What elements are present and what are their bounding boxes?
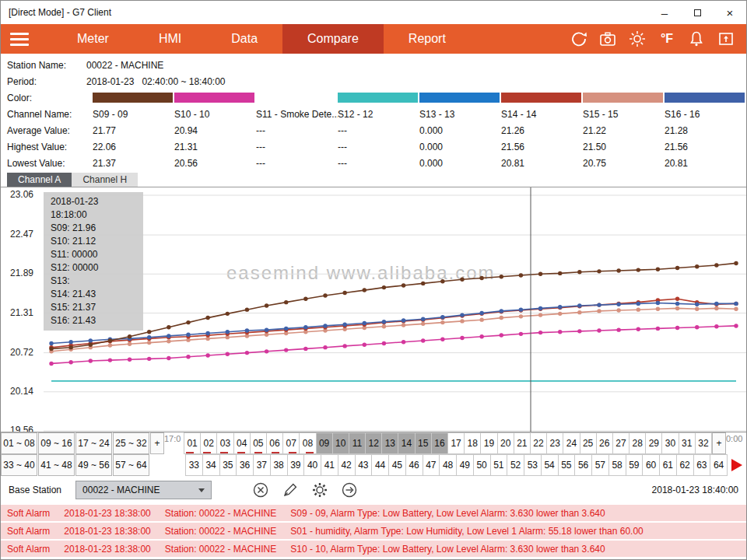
channel-group-button[interactable]: 01 ~ 08: [1, 432, 37, 454]
channel-number-10[interactable]: 10: [332, 432, 349, 454]
channel-number-40[interactable]: 40: [303, 454, 321, 476]
channel-number-22[interactable]: 22: [530, 432, 547, 454]
channel-number-53[interactable]: 53: [524, 454, 542, 476]
channel-number-07[interactable]: 07: [282, 432, 300, 454]
channel-number-36[interactable]: 36: [236, 454, 254, 476]
tab-channel-h[interactable]: Channel H: [72, 173, 138, 187]
channel-number-19[interactable]: 19: [480, 432, 497, 454]
nav-item-meter[interactable]: Meter: [52, 24, 134, 54]
channel-number-42[interactable]: 42: [338, 454, 356, 476]
channel-group-button[interactable]: 17 ~ 24: [75, 432, 112, 454]
channel-number-55[interactable]: 55: [558, 454, 576, 476]
close-button[interactable]: ×: [714, 1, 746, 24]
channel-number-62[interactable]: 62: [676, 454, 694, 476]
channel-number-04[interactable]: 04: [233, 432, 251, 454]
channel-group-button[interactable]: 49 ~ 56: [75, 454, 112, 476]
channel-number-47[interactable]: 47: [423, 454, 440, 476]
add-group-button-right[interactable]: +: [712, 432, 726, 454]
channel-number-45[interactable]: 45: [388, 454, 406, 476]
channel-number-48[interactable]: 48: [439, 454, 457, 476]
channel-number-16[interactable]: 16: [431, 432, 448, 454]
channel-number-11[interactable]: 11: [349, 432, 366, 454]
channel-number-33[interactable]: 33: [185, 454, 203, 476]
channel-number-13[interactable]: 13: [381, 432, 398, 454]
menu-icon[interactable]: [1, 24, 38, 54]
brightness-icon[interactable]: [628, 30, 647, 48]
channel-number-25[interactable]: 25: [580, 432, 597, 454]
channel-number-61[interactable]: 61: [659, 454, 677, 476]
channel-number-06[interactable]: 06: [266, 432, 283, 454]
channel-number-34[interactable]: 34: [202, 454, 220, 476]
minimize-button[interactable]: –: [648, 1, 681, 24]
channel-group-button[interactable]: 41 ~ 48: [38, 454, 75, 476]
fahrenheit-icon[interactable]: °F: [658, 30, 676, 48]
channel-number-05[interactable]: 05: [250, 432, 267, 454]
channel-number-09[interactable]: 09: [316, 432, 333, 454]
channel-number-35[interactable]: 35: [219, 454, 237, 476]
channel-number-59[interactable]: 59: [626, 454, 644, 476]
channel-number-15[interactable]: 15: [415, 432, 432, 454]
channel-number-58[interactable]: 58: [608, 454, 626, 476]
nav-item-compare[interactable]: Compare: [282, 24, 384, 54]
channel-number-26[interactable]: 26: [596, 432, 613, 454]
go-arrow-icon[interactable]: [341, 481, 358, 499]
channel-number-24[interactable]: 24: [563, 432, 580, 454]
channel-number-63[interactable]: 63: [693, 454, 711, 476]
channel-number-28[interactable]: 28: [629, 432, 646, 454]
clear-icon[interactable]: [252, 481, 269, 499]
channel-number-01[interactable]: 01: [184, 432, 201, 454]
channel-group-button[interactable]: 57 ~ 64: [113, 454, 149, 476]
maximize-button[interactable]: [681, 1, 714, 24]
refresh-icon[interactable]: [569, 30, 587, 48]
channel-group-button[interactable]: 33 ~ 40: [1, 454, 37, 476]
channel-number-39[interactable]: 39: [287, 454, 305, 476]
channel-number-60[interactable]: 60: [642, 454, 660, 476]
alarm-row[interactable]: Soft Alarm2018-01-23 18:38:00Station: 00…: [1, 505, 746, 521]
channel-number-29[interactable]: 29: [645, 432, 662, 454]
channel-number-12[interactable]: 12: [365, 432, 382, 454]
camera-icon[interactable]: [598, 30, 617, 48]
alarm-row[interactable]: Soft Alarm2018-01-23 18:38:00Station: 00…: [1, 541, 746, 557]
nav-item-hmi[interactable]: HMI: [134, 24, 206, 54]
channel-number-23[interactable]: 23: [546, 432, 563, 454]
channel-number-31[interactable]: 31: [679, 432, 696, 454]
channel-number-46[interactable]: 46: [405, 454, 423, 476]
channel-number-20[interactable]: 20: [497, 432, 514, 454]
channel-number-57[interactable]: 57: [591, 454, 609, 476]
base-station-dropdown[interactable]: 00022 - MACHINE: [75, 481, 212, 499]
channel-number-51[interactable]: 51: [490, 454, 508, 476]
channel-number-14[interactable]: 14: [398, 432, 415, 454]
channel-group-button[interactable]: 09 ~ 16: [38, 432, 75, 454]
channel-number-21[interactable]: 21: [514, 432, 531, 454]
add-group-button-left[interactable]: +: [150, 432, 164, 454]
chart-plot[interactable]: [44, 187, 746, 432]
channel-number-54[interactable]: 54: [541, 454, 559, 476]
alarm-row[interactable]: Soft Alarm2018-01-23 18:38:00Station: 00…: [1, 523, 746, 539]
channel-number-56[interactable]: 56: [574, 454, 592, 476]
nav-item-report[interactable]: Report: [384, 24, 471, 54]
channel-number-27[interactable]: 27: [612, 432, 630, 454]
nav-item-data[interactable]: Data: [206, 24, 282, 54]
channel-number-03[interactable]: 03: [216, 432, 233, 454]
channel-number-50[interactable]: 50: [473, 454, 491, 476]
edit-pencil-icon[interactable]: [282, 481, 299, 499]
alarm-bell-icon[interactable]: [687, 30, 706, 48]
channel-number-41[interactable]: 41: [321, 454, 338, 476]
channel-number-30[interactable]: 30: [661, 432, 679, 454]
channel-number-17[interactable]: 17: [447, 432, 465, 454]
tab-channel-a[interactable]: Channel A: [7, 173, 72, 187]
channel-number-38[interactable]: 38: [270, 454, 288, 476]
channel-number-49[interactable]: 49: [456, 454, 474, 476]
channel-number-44[interactable]: 44: [371, 454, 389, 476]
channel-group-button[interactable]: 25 ~ 32: [113, 432, 149, 454]
settings-gear-icon[interactable]: [311, 481, 328, 499]
channel-number-08[interactable]: 08: [299, 432, 316, 454]
channel-number-02[interactable]: 02: [200, 432, 217, 454]
channel-number-32[interactable]: 32: [695, 432, 712, 454]
channel-number-64[interactable]: 64: [710, 454, 728, 476]
capture-icon[interactable]: [717, 30, 735, 48]
channel-number-52[interactable]: 52: [507, 454, 524, 476]
channel-number-43[interactable]: 43: [355, 454, 373, 476]
channel-number-37[interactable]: 37: [253, 454, 271, 476]
channel-number-18[interactable]: 18: [464, 432, 481, 454]
